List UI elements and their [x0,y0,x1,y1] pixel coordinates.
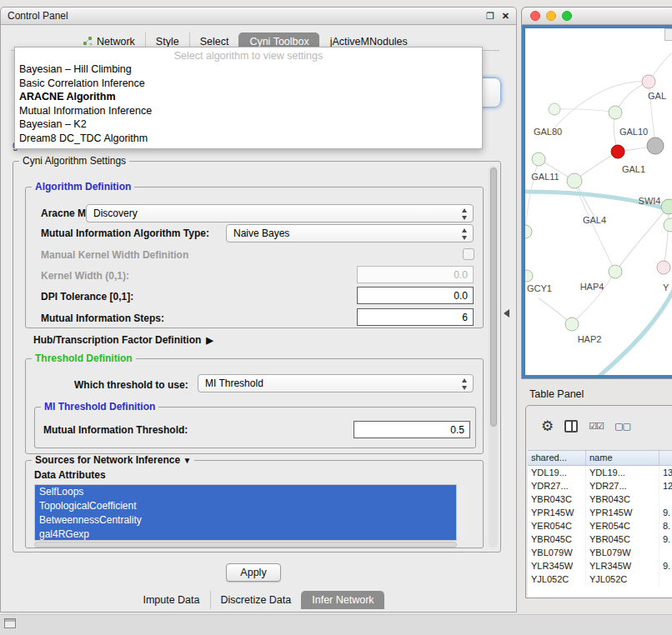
sources-group-title[interactable]: Sources for Network Inference ▼ [32,454,194,466]
manual-kernel-width-label: Manual Kernel Width Definition [41,249,188,261]
apply-button[interactable]: Apply [226,563,281,582]
table-row[interactable]: YJL052CYJL052C [528,572,672,586]
table-cell: 13 [659,466,672,479]
dpi-tolerance-field[interactable]: 0.0 [357,287,474,304]
node-table: shared...name YDL19...YDL19...13YDR27...… [528,450,672,598]
network-node[interactable] [565,318,579,331]
table-row[interactable]: YBR043CYBR043C [528,492,672,506]
tab-infer-network[interactable]: Infer Network [301,591,384,609]
column-header[interactable]: shared... [528,451,586,465]
table-cell [659,572,672,586]
zoom-traffic-light-icon[interactable] [562,11,572,21]
network-node[interactable] [647,138,664,154]
node-label: GAL80 [534,127,562,137]
mi-threshold-field[interactable]: 0.5 [354,421,470,438]
table-row[interactable]: YDL19...YDL19...13 [528,466,672,479]
sources-group: Sources for Network Inference ▼ Data Att… [25,460,484,548]
select-checked-icon[interactable]: ☑☑ [589,421,604,432]
table-row[interactable]: YPR145WYPR145W9. [528,506,672,519]
attribute-item[interactable]: SelfLoops [35,485,456,499]
network-node[interactable] [609,265,622,278]
close-traffic-light-icon[interactable] [530,11,540,21]
mi-algorithm-type-label: Mutual Information Algorithm Type: [41,228,209,239]
network-node[interactable] [549,103,560,115]
column-header[interactable] [659,451,672,465]
network-node[interactable] [661,199,672,214]
attribute-item[interactable]: TopologicalCoefficient [35,499,456,513]
table-row[interactable]: YER054CYER054C8. [528,519,672,532]
aracne-mode-combo[interactable]: Discovery [86,204,474,222]
maximize-icon[interactable]: ❐ [486,11,494,22]
network-node[interactable] [642,75,655,88]
minimize-traffic-light-icon[interactable] [546,11,556,21]
table-row[interactable]: YBR045CYBR045C9. [528,532,672,546]
network-edge [664,208,669,268]
control-panel-titlebar[interactable]: Control Panel ❐ ✕ [1,8,516,25]
attributes-horizontal-scrollbar[interactable] [34,542,457,548]
split-collapse-arrow-icon[interactable] [504,309,509,318]
attribute-item[interactable]: gal4RGexp [35,528,456,541]
network-node[interactable] [532,152,545,166]
minimized-panel-icon[interactable] [4,618,16,628]
close-icon[interactable]: ✕ [502,11,509,22]
hub-tf-definition-toggle[interactable]: Hub/Transcription Factor Definition▶ [33,334,213,346]
table-cell: YBL079W [528,546,586,559]
column-header[interactable]: name [586,451,659,465]
data-attributes-list[interactable]: SelfLoopsTopologicalCoefficientBetweenne… [34,484,457,541]
algorithm-option[interactable]: Basic Correlation Inference [15,77,482,91]
network-node[interactable] [525,270,533,282]
algorithm-option[interactable]: ARACNE Algorithm [15,90,482,104]
network-node[interactable] [567,173,582,188]
algorithm-option[interactable]: Bayesian – K2 [15,118,482,132]
table-row[interactable]: YLR345WYLR345W9. [528,559,672,572]
network-edge [617,207,669,270]
network-edge [525,159,539,232]
settings-group-title: Cyni Algorithm Settings [19,155,129,167]
attribute-item[interactable]: BetweennessCentrality [35,513,456,528]
manual-kernel-width-checkbox[interactable] [463,248,474,260]
network-window-titlebar[interactable] [522,8,672,25]
network-node[interactable] [611,145,624,158]
data-attributes-label: Data Attributes [34,469,106,481]
table-row[interactable]: YDR27...YDR27...12 [528,479,672,492]
table-cell: YER054C [586,519,659,532]
cyni-algorithm-settings-group: Cyni Algorithm Settings Algorithm Defini… [13,161,501,552]
table-columns-icon[interactable] [564,420,578,432]
gear-icon[interactable]: ⚙ [541,419,554,433]
mi-steps-value: 6 [462,312,468,323]
combo-arrows-icon [460,378,469,391]
network-scrollbar-stub[interactable] [664,28,672,41]
network-node[interactable] [657,261,670,274]
network-edge [554,109,613,112]
mi-algorithm-type-combo[interactable]: Naive Bayes [226,224,474,242]
window-title: Control Panel [8,10,479,22]
node-label: SWI4 [639,196,661,206]
table-cell: YER054C [528,519,586,532]
network-canvas[interactable]: GALGAL80GAL10GAL11GAL1SWI4GAL4GCY1HAP4YH… [525,28,672,375]
tab-impute-data[interactable]: Impute Data [133,591,209,609]
table-header-row: shared...name [528,450,672,466]
table-cell: YBL079W [586,546,659,559]
mi-steps-field[interactable]: 6 [357,308,474,326]
table-cell: YBR045C [586,532,659,546]
algorithm-option[interactable]: Dream8 DC_TDC Algorithm [15,132,482,146]
select-unchecked-icon[interactable]: ▢▢ [614,421,630,432]
table-row[interactable]: YBL079WYBL079W [528,546,672,559]
network-node[interactable] [609,106,622,119]
settings-scrollbar[interactable] [489,166,498,548]
table-body: YDL19...YDL19...13YDR27...YDR27...12YBR0… [528,466,672,586]
sources-title-text: Sources for Network Inference [35,454,180,466]
table-cell: YBR043C [528,492,586,506]
table-cell: 9. [659,532,672,546]
algorithm-option[interactable]: Bayesian – Hill Climbing [15,62,482,77]
network-node[interactable] [525,225,532,238]
tab-discretize-data[interactable]: Discretize Data [210,591,302,609]
kernel-width-field[interactable]: 0.0 [357,266,474,283]
network-node[interactable] [664,218,672,232]
table-cell: YBR043C [586,492,659,506]
table-cell: YDL19... [528,466,586,479]
which-threshold-combo[interactable]: MI Threshold [198,374,474,392]
attributes-vertical-scrollbar[interactable] [459,484,467,541]
algorithm-option[interactable]: Mutual Information Inference [15,104,482,118]
settings-scrollbar-thumb[interactable] [490,168,497,427]
